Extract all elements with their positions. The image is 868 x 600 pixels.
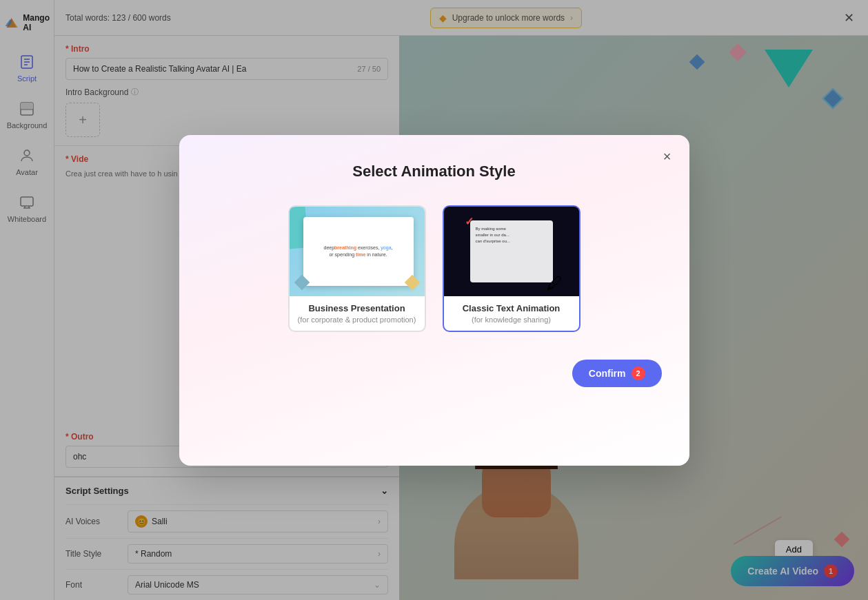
modal-close-button[interactable]: ×	[656, 146, 678, 168]
business-preview: deepbreathing exercises, yoga,or spendin…	[290, 207, 425, 296]
cta-bg: By making somesmaller in our da...can d'…	[444, 207, 579, 296]
cta-content: By making somesmaller in our da...can d'…	[470, 220, 553, 282]
cta-text: By making somesmaller in our da...can d'…	[476, 226, 547, 245]
cta-pen-icon: 🖊	[547, 273, 563, 293]
classic-card-title: Classic Text Animation	[451, 303, 572, 313]
modal-overlay[interactable]: × Select Animation Style deepbreathing e…	[0, 0, 868, 600]
animation-card-classic[interactable]: By making somesmaller in our da...can d'…	[443, 205, 581, 332]
animation-card-business[interactable]: deepbreathing exercises, yoga,or spendin…	[288, 205, 426, 332]
confirm-badge: 2	[632, 366, 645, 380]
business-paper-text: deepbreathing exercises, yoga,or spendin…	[318, 239, 398, 264]
classic-card-body: Classic Text Animation (for knowledge sh…	[444, 296, 579, 331]
business-card-body: Business Presentation (for corporate & p…	[290, 296, 425, 331]
confirm-label: Confirm	[589, 368, 626, 379]
animation-options: deepbreathing exercises, yoga,or spendin…	[207, 205, 662, 332]
modal-title: Select Animation Style	[207, 163, 662, 180]
confirm-button[interactable]: Confirm 2	[572, 360, 662, 387]
cta-checkmark: ✓	[465, 215, 474, 228]
app-container: Mango AI Script Backgroun	[0, 0, 868, 600]
cta-paper: By making somesmaller in our da...can d'…	[470, 220, 553, 282]
business-paper: deepbreathing exercises, yoga,or spendin…	[303, 217, 414, 286]
animation-style-modal: × Select Animation Style deepbreathing e…	[179, 135, 689, 466]
classic-card-subtitle: (for knowledge sharing)	[451, 315, 572, 324]
modal-footer: Confirm 2	[207, 360, 662, 387]
classic-preview: By making somesmaller in our da...can d'…	[444, 207, 579, 296]
business-card-title: Business Presentation	[296, 303, 418, 313]
business-card-subtitle: (for corporate & product promotion)	[296, 315, 418, 324]
